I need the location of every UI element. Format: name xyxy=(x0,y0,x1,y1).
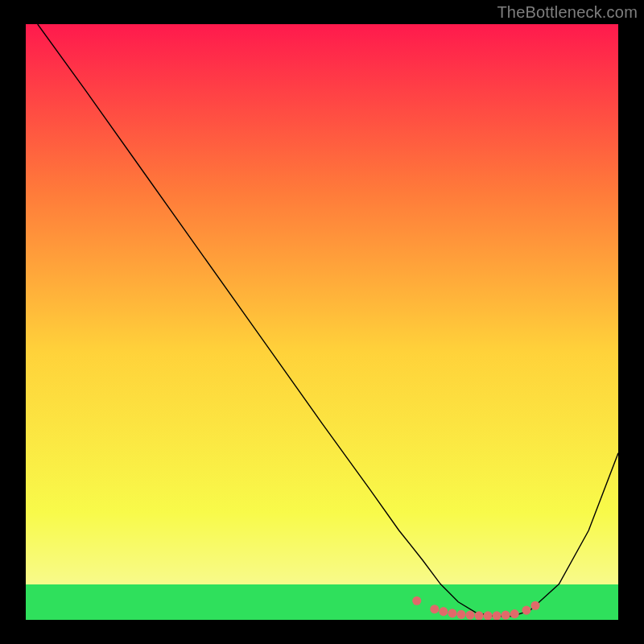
optimal-marker xyxy=(493,611,502,620)
chart-frame: TheBottleneck.com xyxy=(0,0,644,644)
optimal-marker xyxy=(448,609,456,617)
optimal-marker xyxy=(522,606,530,615)
optimal-marker xyxy=(510,609,519,618)
optimal-marker xyxy=(475,611,484,620)
optimal-marker xyxy=(439,607,448,616)
optimal-marker xyxy=(465,611,474,620)
optimal-marker xyxy=(412,597,421,605)
optimal-marker xyxy=(484,611,493,620)
watermark-text: TheBottleneck.com xyxy=(497,3,638,22)
optimal-marker xyxy=(456,610,465,619)
optimal-marker xyxy=(430,605,439,613)
optimal-marker xyxy=(502,611,510,620)
plot-gradient-bg xyxy=(26,24,618,620)
optimal-marker xyxy=(530,601,539,610)
chart-plot xyxy=(26,24,618,620)
